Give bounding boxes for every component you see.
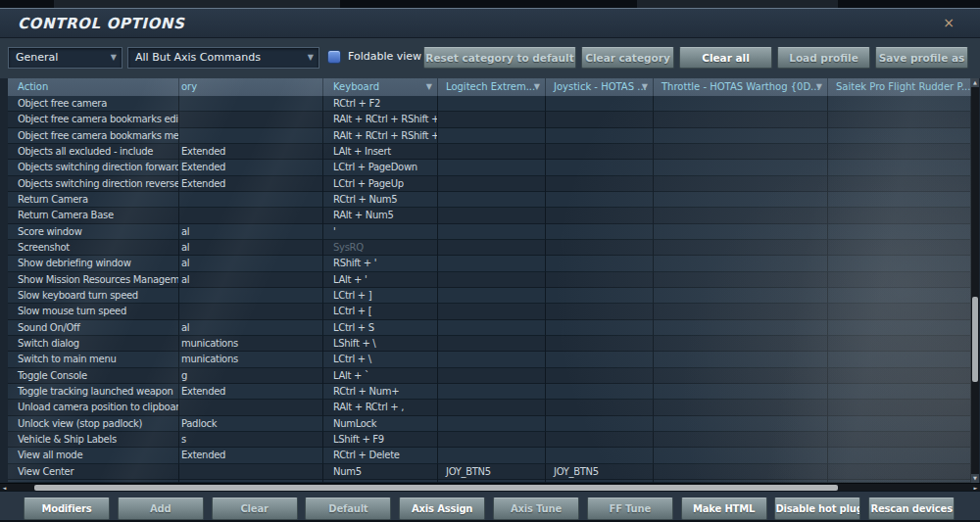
cell-category[interactable]: al — [179, 224, 323, 240]
cell-throttle[interactable] — [654, 464, 828, 480]
cell-keyboard[interactable]: RAlt + RCtrl + RShift + — [323, 128, 438, 144]
cell-category[interactable] — [179, 208, 323, 223]
cell-throttle[interactable] — [654, 416, 828, 432]
cell-action[interactable]: Objects switching direction reverse — [8, 176, 179, 192]
cell-throttle[interactable] — [654, 352, 828, 367]
cell-category[interactable] — [179, 400, 323, 415]
cell-logitech[interactable] — [438, 336, 546, 352]
cell-action[interactable]: Show Mission Resources Management — [8, 272, 179, 288]
cell-throttle[interactable] — [654, 432, 828, 448]
cell-joystick[interactable] — [546, 384, 654, 400]
cell-logitech[interactable] — [438, 400, 546, 415]
cell-logitech[interactable] — [438, 96, 546, 112]
cell-keyboard[interactable]: RCtrl + Delete — [323, 448, 438, 463]
cell-category[interactable]: al — [179, 256, 323, 271]
cell-saitek[interactable] — [828, 208, 971, 223]
clear-all-button[interactable]: Clear all — [679, 47, 772, 69]
cell-throttle[interactable] — [654, 256, 828, 271]
chevron-down-icon[interactable]: ▼ — [426, 78, 432, 96]
cell-saitek[interactable] — [828, 320, 971, 336]
make-html-button[interactable]: Make HTML — [681, 498, 767, 520]
table-row[interactable]: Object free cameraRCtrl + F2 — [8, 96, 971, 112]
cell-throttle[interactable] — [654, 160, 828, 175]
cell-logitech[interactable] — [438, 144, 546, 160]
vertical-scrollbar-thumb[interactable] — [972, 297, 978, 382]
cell-category[interactable] — [179, 464, 323, 480]
cell-throttle[interactable] — [654, 304, 828, 319]
cell-saitek[interactable] — [828, 176, 971, 192]
cell-action[interactable]: Objects all excluded - include — [8, 144, 179, 160]
cell-joystick[interactable] — [546, 240, 654, 256]
column-header-joystick[interactable]: Joystick - HOTAS ...▼ — [546, 78, 654, 96]
cell-keyboard[interactable]: LCtrl + PageDown — [323, 160, 438, 175]
cell-joystick[interactable] — [546, 400, 654, 415]
table-row[interactable]: Show debriefing windowalRShift + ' — [8, 256, 971, 271]
cell-keyboard[interactable]: LCtrl + [ — [323, 304, 438, 319]
cell-saitek[interactable] — [828, 288, 971, 304]
cell-saitek[interactable] — [828, 432, 971, 448]
table-row[interactable]: Toggle ConsolegLAlt + ` — [8, 368, 971, 384]
cell-keyboard[interactable]: RShift + ' — [323, 256, 438, 271]
cell-action[interactable]: Switch dialog — [8, 336, 179, 352]
cell-action[interactable]: Show debriefing window — [8, 256, 179, 271]
cell-joystick[interactable] — [546, 336, 654, 352]
cell-category[interactable]: Extended — [179, 144, 323, 160]
cell-keyboard[interactable]: LCtrl + PageUp — [323, 176, 438, 192]
cell-joystick[interactable] — [546, 272, 654, 288]
cell-joystick[interactable] — [546, 96, 654, 112]
cell-joystick[interactable] — [546, 128, 654, 144]
table-row[interactable]: ScreenshotalSysRQ — [8, 240, 971, 256]
foldable-view-checkbox[interactable] — [327, 50, 341, 64]
cell-throttle[interactable] — [654, 368, 828, 384]
cell-logitech[interactable] — [438, 288, 546, 304]
ff-tune-button[interactable]: FF Tune — [587, 498, 673, 520]
cell-throttle[interactable] — [654, 192, 828, 208]
cell-action[interactable]: Object free camera — [8, 96, 179, 112]
cell-action[interactable]: Sound On/Off — [8, 320, 179, 336]
cell-joystick[interactable] — [546, 192, 654, 208]
cell-logitech[interactable] — [438, 416, 546, 432]
column-header-logitech[interactable]: Logitech Extrem...▼ — [438, 78, 546, 96]
cell-keyboard[interactable]: NumLock — [323, 416, 438, 432]
cell-category[interactable]: Extended — [179, 448, 323, 463]
cell-keyboard[interactable]: LAlt + ` — [323, 368, 438, 384]
chevron-down-icon[interactable]: ▼ — [534, 78, 540, 96]
cell-action[interactable]: Switch to main menu — [8, 352, 179, 367]
table-row[interactable]: Slow keyboard turn speedLCtrl + ] — [8, 288, 971, 304]
cell-action[interactable]: Slow keyboard turn speed — [8, 288, 179, 304]
cell-logitech[interactable] — [438, 448, 546, 463]
cell-category[interactable]: munications — [179, 336, 323, 352]
horizontal-scrollbar[interactable]: ◄ ► — [0, 483, 980, 491]
cell-logitech[interactable] — [438, 320, 546, 336]
cell-logitech[interactable] — [438, 304, 546, 319]
cell-category[interactable] — [179, 304, 323, 319]
cell-action[interactable]: View Center — [8, 464, 179, 480]
cell-keyboard[interactable]: RAlt + Num5 — [323, 208, 438, 223]
cell-joystick[interactable] — [546, 288, 654, 304]
cell-keyboard[interactable]: SysRQ — [323, 240, 438, 256]
add-button[interactable]: Add — [118, 498, 204, 520]
cell-keyboard[interactable]: LCtrl + \ — [323, 352, 438, 367]
cell-joystick[interactable] — [546, 416, 654, 432]
cell-logitech[interactable] — [438, 224, 546, 240]
load-profile-button[interactable]: Load profile — [777, 47, 870, 69]
cell-saitek[interactable] — [828, 416, 971, 432]
cell-category[interactable]: s — [179, 432, 323, 448]
cell-logitech[interactable] — [438, 128, 546, 144]
clear-category-button[interactable]: Clear category — [581, 47, 674, 69]
cell-category[interactable] — [179, 96, 323, 112]
cell-throttle[interactable] — [654, 448, 828, 463]
scroll-up-icon[interactable]: ▲ — [971, 78, 979, 87]
cell-saitek[interactable] — [828, 128, 971, 144]
cell-saitek[interactable] — [828, 224, 971, 240]
table-row[interactable]: Switch to main menumunicationsLCtrl + \ — [8, 352, 971, 367]
table-row[interactable]: Score windowal' — [8, 224, 971, 240]
column-header-keyboard[interactable]: Keyboard▼ — [323, 78, 438, 96]
cell-keyboard[interactable]: LCtrl + S — [323, 320, 438, 336]
table-row[interactable]: Toggle tracking launched weaponExtendedR… — [8, 384, 971, 400]
cell-logitech[interactable]: JOY_BTN5 — [438, 464, 546, 480]
cell-category[interactable]: al — [179, 240, 323, 256]
cell-saitek[interactable] — [828, 96, 971, 112]
table-row[interactable]: Return Camera BaseRAlt + Num5 — [8, 208, 971, 223]
cell-saitek[interactable] — [828, 336, 971, 352]
